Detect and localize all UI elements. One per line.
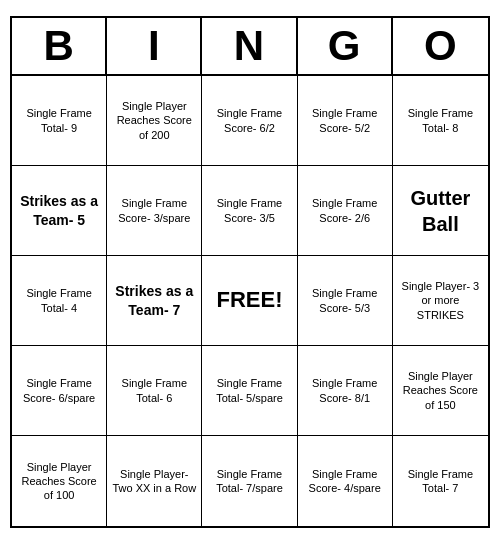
bingo-cell: Single Player Reaches Score of 150 <box>393 346 488 436</box>
bingo-cell: Single Frame Total- 7/spare <box>202 436 297 526</box>
header-letter: G <box>298 18 393 74</box>
bingo-cell: Single Frame Total- 9 <box>12 76 107 166</box>
header-letter: B <box>12 18 107 74</box>
bingo-card: BINGO Single Frame Total- 9Single Player… <box>10 16 490 528</box>
bingo-cell: Single Frame Score- 3/spare <box>107 166 202 256</box>
bingo-grid: Single Frame Total- 9Single Player Reach… <box>12 76 488 526</box>
bingo-cell: Single Frame Total- 5/spare <box>202 346 297 436</box>
bingo-cell: Single Frame Total- 7 <box>393 436 488 526</box>
bingo-cell: Single Frame Score- 6/spare <box>12 346 107 436</box>
bingo-cell: Single Frame Score- 2/6 <box>298 166 393 256</box>
bingo-cell: Single Player- Two XX in a Row <box>107 436 202 526</box>
bingo-cell: Strikes as a Team- 5 <box>12 166 107 256</box>
bingo-cell: Single Frame Score- 4/spare <box>298 436 393 526</box>
bingo-cell: Single Player Reaches Score of 100 <box>12 436 107 526</box>
bingo-header: BINGO <box>12 18 488 76</box>
bingo-cell: FREE! <box>202 256 297 346</box>
bingo-cell: Gutter Ball <box>393 166 488 256</box>
header-letter: O <box>393 18 488 74</box>
bingo-cell: Single Frame Score- 5/3 <box>298 256 393 346</box>
bingo-cell: Single Frame Score- 3/5 <box>202 166 297 256</box>
bingo-cell: Single Frame Total- 4 <box>12 256 107 346</box>
bingo-cell: Single Frame Score- 6/2 <box>202 76 297 166</box>
bingo-cell: Single Frame Total- 8 <box>393 76 488 166</box>
bingo-cell: Single Player Reaches Score of 200 <box>107 76 202 166</box>
header-letter: N <box>202 18 297 74</box>
header-letter: I <box>107 18 202 74</box>
bingo-cell: Single Frame Score- 8/1 <box>298 346 393 436</box>
bingo-cell: Single Player- 3 or more STRIKES <box>393 256 488 346</box>
bingo-cell: Single Frame Total- 6 <box>107 346 202 436</box>
bingo-cell: Strikes as a Team- 7 <box>107 256 202 346</box>
bingo-cell: Single Frame Score- 5/2 <box>298 76 393 166</box>
